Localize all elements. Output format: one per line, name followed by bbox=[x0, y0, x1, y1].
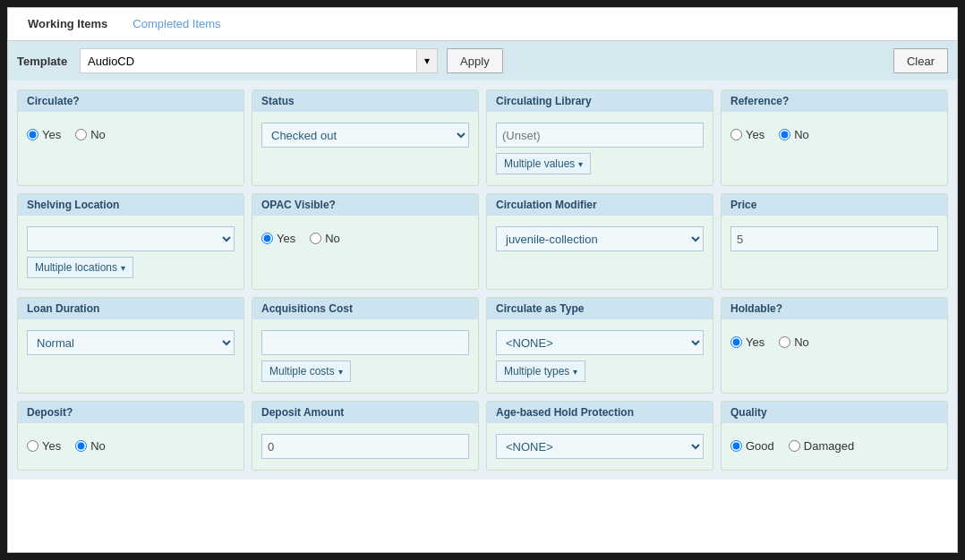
template-label: Template bbox=[17, 55, 67, 68]
loan-duration-field: Loan Duration Normal Short Extended bbox=[17, 297, 244, 394]
opac-yes-radio[interactable] bbox=[261, 233, 273, 244]
deposit-amount-input[interactable] bbox=[261, 434, 469, 459]
reference-yes-option[interactable]: Yes bbox=[730, 128, 764, 141]
loan-duration-title: Loan Duration bbox=[18, 298, 243, 319]
multiple-costs-button[interactable]: Multiple costs bbox=[261, 361, 351, 382]
deposit-amount-title: Deposit Amount bbox=[252, 402, 478, 423]
price-field: Price bbox=[721, 193, 948, 290]
main-container: Working Items Completed Items Template ▾… bbox=[7, 7, 958, 553]
reference-field: Reference? Yes No bbox=[721, 89, 948, 186]
toolbar: Template ▾ Apply Clear bbox=[8, 41, 957, 81]
quality-damaged-radio[interactable] bbox=[789, 440, 800, 452]
acquisitions-cost-title: Acquisitions Cost bbox=[252, 298, 478, 319]
status-title: Status bbox=[252, 90, 478, 112]
shelving-location-select[interactable] bbox=[27, 226, 235, 251]
tabs-bar: Working Items Completed Items bbox=[8, 8, 957, 41]
deposit-field: Deposit? Yes No bbox=[17, 401, 244, 471]
acquisitions-cost-input[interactable] bbox=[261, 330, 469, 355]
opac-visible-title: OPAC Visible? bbox=[252, 194, 478, 216]
holdable-title: Holdable? bbox=[722, 298, 947, 319]
opac-visible-radio-group: Yes No bbox=[261, 226, 469, 250]
opac-no-option[interactable]: No bbox=[310, 232, 340, 245]
shelving-location-title: Shelving Location bbox=[18, 194, 243, 216]
clear-button[interactable]: Clear bbox=[893, 48, 948, 73]
holdable-yes-radio[interactable] bbox=[730, 336, 742, 348]
quality-good-radio[interactable] bbox=[730, 440, 742, 452]
quality-radio-group: Good Damaged bbox=[730, 434, 938, 458]
reference-no-option[interactable]: No bbox=[779, 128, 809, 141]
age-based-hold-select[interactable]: <NONE> bbox=[496, 434, 704, 459]
circulating-library-title: Circulating Library bbox=[487, 90, 713, 112]
quality-good-option[interactable]: Good bbox=[730, 439, 774, 453]
deposit-no-radio[interactable] bbox=[75, 440, 87, 452]
quality-damaged-option[interactable]: Damaged bbox=[789, 439, 854, 453]
price-input[interactable] bbox=[730, 226, 938, 251]
circulate-yes-radio[interactable] bbox=[27, 129, 38, 140]
multiple-values-button[interactable]: Multiple values bbox=[496, 153, 591, 174]
reference-title: Reference? bbox=[722, 90, 947, 112]
circulate-yes-option[interactable]: Yes bbox=[27, 128, 61, 141]
status-field: Status Checked out bbox=[252, 89, 479, 186]
tab-working-items[interactable]: Working Items bbox=[15, 8, 120, 41]
reference-no-radio[interactable] bbox=[779, 129, 790, 140]
circulation-modifier-field: Circulation Modifier juvenile-collection bbox=[486, 193, 713, 290]
apply-button[interactable]: Apply bbox=[447, 48, 503, 73]
opac-visible-field: OPAC Visible? Yes No bbox=[252, 193, 479, 290]
price-title: Price bbox=[722, 194, 947, 216]
status-select[interactable]: Checked out bbox=[261, 123, 469, 148]
circulate-as-type-title: Circulate as Type bbox=[487, 298, 713, 319]
opac-no-radio[interactable] bbox=[310, 233, 321, 244]
holdable-no-radio[interactable] bbox=[779, 336, 790, 348]
multiple-locations-button[interactable]: Multiple locations bbox=[27, 257, 133, 278]
deposit-title: Deposit? bbox=[18, 402, 243, 423]
multiple-types-button[interactable]: Multiple types bbox=[496, 361, 585, 382]
circulating-library-field: Circulating Library Multiple values bbox=[486, 89, 713, 186]
opac-yes-option[interactable]: Yes bbox=[261, 232, 295, 245]
circulating-library-input[interactable] bbox=[496, 123, 704, 148]
circulate-no-option[interactable]: No bbox=[75, 128, 106, 141]
circulate-as-type-field: Circulate as Type <NONE> Multiple types bbox=[486, 297, 713, 394]
loan-duration-select[interactable]: Normal Short Extended bbox=[27, 330, 235, 355]
tab-completed-items[interactable]: Completed Items bbox=[120, 8, 233, 41]
quality-field: Quality Good Damaged bbox=[721, 401, 948, 471]
circulate-no-radio[interactable] bbox=[75, 129, 87, 140]
deposit-yes-option[interactable]: Yes bbox=[27, 439, 61, 453]
acquisitions-cost-field: Acquisitions Cost Multiple costs bbox=[252, 297, 479, 394]
reference-yes-radio[interactable] bbox=[730, 129, 742, 140]
circulate-title: Circulate? bbox=[18, 90, 243, 112]
age-based-hold-field: Age-based Hold Protection <NONE> bbox=[486, 401, 713, 471]
shelving-location-field: Shelving Location Multiple locations bbox=[17, 193, 244, 290]
age-based-hold-title: Age-based Hold Protection bbox=[487, 402, 713, 423]
template-select-wrapper: ▾ bbox=[80, 48, 438, 73]
circulation-modifier-title: Circulation Modifier bbox=[487, 194, 713, 216]
fields-grid: Circulate? Yes No Status C bbox=[8, 81, 957, 479]
deposit-amount-field: Deposit Amount bbox=[252, 401, 479, 471]
holdable-field: Holdable? Yes No bbox=[721, 297, 948, 394]
holdable-no-option[interactable]: No bbox=[779, 335, 809, 349]
deposit-yes-radio[interactable] bbox=[27, 440, 38, 452]
holdable-yes-option[interactable]: Yes bbox=[730, 335, 764, 349]
quality-title: Quality bbox=[722, 402, 947, 423]
deposit-no-option[interactable]: No bbox=[75, 439, 106, 453]
template-input[interactable] bbox=[80, 48, 417, 73]
circulation-modifier-select[interactable]: juvenile-collection bbox=[496, 226, 704, 251]
circulate-radio-group: Yes No bbox=[27, 123, 235, 147]
template-dropdown-button[interactable]: ▾ bbox=[417, 48, 438, 73]
circulate-field: Circulate? Yes No bbox=[17, 89, 244, 186]
circulate-as-type-select[interactable]: <NONE> bbox=[496, 330, 704, 355]
reference-radio-group: Yes No bbox=[730, 123, 938, 147]
holdable-radio-group: Yes No bbox=[730, 330, 938, 354]
deposit-radio-group: Yes No bbox=[27, 434, 235, 458]
